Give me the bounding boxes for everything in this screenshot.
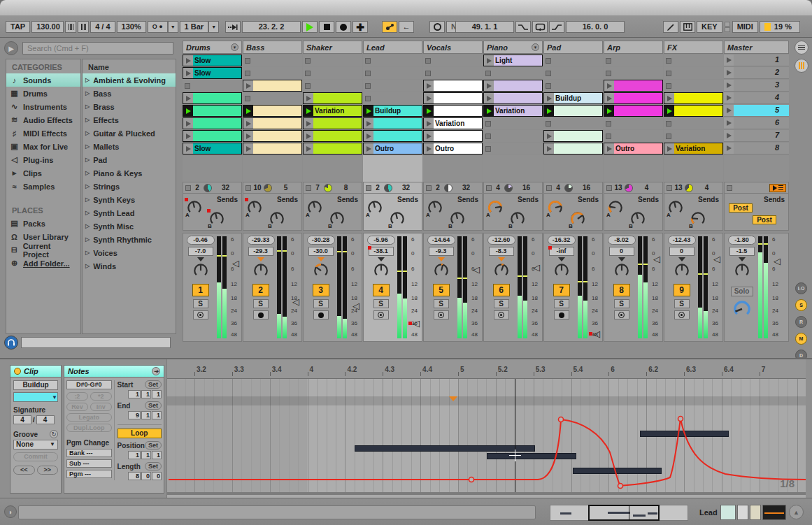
- mixer-toggle-i-o[interactable]: I-O: [795, 282, 807, 294]
- peak-level-field[interactable]: -12.60: [487, 236, 515, 245]
- name-item-effects[interactable]: ▷Effects: [83, 113, 176, 127]
- preview-volume-bar[interactable]: [21, 337, 171, 348]
- volume-field[interactable]: -1.5: [729, 247, 755, 256]
- clip-slot[interactable]: [303, 92, 362, 104]
- clip-launch-icon[interactable]: [304, 106, 313, 116]
- loop-length-field[interactable]: 16. 0. 0: [566, 21, 625, 33]
- cue-knob[interactable]: [732, 299, 753, 322]
- clip-stop-slot[interactable]: [303, 55, 362, 66]
- clip-launch-icon[interactable]: [364, 106, 373, 116]
- overview-selection-rect[interactable]: [588, 505, 660, 521]
- volume-fader-handle[interactable]: ◁: [593, 331, 600, 338]
- pan-knob[interactable]: [673, 261, 691, 278]
- clip-stop-slot[interactable]: [243, 92, 302, 104]
- track-header-lead[interactable]: Lead: [363, 41, 422, 54]
- legato-button[interactable]: Legato: [66, 413, 112, 422]
- peak-level-field[interactable]: -1.80: [728, 236, 756, 245]
- commit-button[interactable]: Commit: [13, 452, 58, 461]
- track-stop-button[interactable]: [366, 185, 371, 191]
- sidebar-item-clips[interactable]: ▸Clips: [6, 166, 80, 180]
- send-b-knob[interactable]: B: [389, 210, 406, 229]
- pan-control[interactable]: [492, 257, 511, 282]
- end-units-field[interactable]: 1: [152, 411, 162, 419]
- session-view-selector[interactable]: [795, 59, 809, 73]
- clip-stop-slot[interactable]: [543, 55, 603, 66]
- back-to-arrangement-button[interactable]: ←: [399, 21, 414, 33]
- clip-launch-icon[interactable]: [544, 93, 554, 103]
- invert-button[interactable]: Inv: [90, 403, 112, 411]
- clip-slot[interactable]: [664, 105, 723, 117]
- track-stop-button[interactable]: [546, 185, 552, 191]
- peak-level-field[interactable]: -8.02: [608, 236, 636, 245]
- track-stop-button[interactable]: [185, 185, 191, 191]
- pan-knob[interactable]: [252, 261, 270, 278]
- preview-headphone-icon[interactable]: [4, 336, 18, 350]
- arm-record-button[interactable]: [373, 310, 389, 319]
- clip-slot[interactable]: [664, 92, 723, 104]
- beat-time-ruler[interactable]: 3.23.33.444.24.34.455.25.35.466.26.36.47: [167, 359, 806, 379]
- peak-level-field[interactable]: -29.33: [247, 236, 275, 245]
- clip-launch-icon[interactable]: [544, 106, 554, 116]
- clip-slot[interactable]: [363, 130, 422, 142]
- name-item-ambient-evolving[interactable]: ▷Ambient & Evolving: [83, 73, 176, 87]
- note-grid[interactable]: 1/8: [167, 379, 806, 495]
- scene-slot-4[interactable]: 4: [724, 92, 789, 104]
- pan-control[interactable]: [673, 257, 691, 282]
- post-toggle-a[interactable]: Post: [729, 203, 753, 213]
- scene-launch-icon[interactable]: [724, 130, 734, 141]
- clip-stop-slot[interactable]: [423, 67, 483, 79]
- scene-slot-1[interactable]: 1: [724, 55, 789, 66]
- solo-button[interactable]: S: [373, 299, 389, 308]
- send-a-knob[interactable]: A: [246, 199, 263, 217]
- volume-field[interactable]: 0: [669, 247, 695, 256]
- clip-overview-navigator[interactable]: [550, 505, 688, 521]
- clip-launch-icon[interactable]: [544, 143, 554, 154]
- pan-control[interactable]: [733, 257, 751, 282]
- expand-triangle-icon[interactable]: ▷: [85, 250, 90, 256]
- end-beats-field[interactable]: 1: [141, 411, 151, 419]
- clip-stop-slot[interactable]: [303, 67, 362, 79]
- pan-control[interactable]: [613, 257, 631, 282]
- scene-slot-2[interactable]: 2: [724, 67, 789, 79]
- track-header-piano[interactable]: Piano▼: [483, 41, 543, 54]
- pan-knob[interactable]: [733, 261, 751, 278]
- clip-stop-slot[interactable]: [664, 80, 723, 92]
- name-item-pad[interactable]: ▷Pad: [83, 153, 176, 166]
- clip-slot[interactable]: [243, 117, 302, 129]
- scene-launch-icon[interactable]: [724, 117, 734, 129]
- clip-launch-icon[interactable]: [484, 106, 494, 116]
- track-activator-button[interactable]: 7: [553, 284, 570, 296]
- metronome-toggle[interactable]: O ●: [148, 21, 168, 33]
- arm-record-button[interactable]: [614, 310, 629, 319]
- clip-launch-icon[interactable]: [183, 106, 193, 116]
- length-beats-field[interactable]: 0: [141, 472, 151, 480]
- clip-launch-icon[interactable]: [364, 143, 373, 154]
- track-activator-button[interactable]: 5: [433, 284, 450, 296]
- clip-launch-icon[interactable]: [364, 131, 373, 141]
- arm-record-button[interactable]: [193, 310, 208, 319]
- clip-slot[interactable]: [303, 117, 362, 129]
- pan-knob[interactable]: [312, 261, 330, 278]
- pan-knob[interactable]: [372, 261, 390, 278]
- device-chain-thumbnails[interactable]: [720, 505, 786, 520]
- clip-slot[interactable]: Slow: [183, 143, 242, 154]
- scene-launch-icon[interactable]: [724, 105, 734, 116]
- clip-slot[interactable]: [243, 143, 302, 154]
- loop-toggle-button[interactable]: Loop: [117, 429, 162, 438]
- sidebar-item-packs[interactable]: ▤Packs: [6, 217, 80, 230]
- tempo-field[interactable]: 130.00: [31, 21, 64, 33]
- pan-control[interactable]: [432, 257, 450, 282]
- solo-button[interactable]: S: [193, 299, 208, 308]
- arrangement-position-field[interactable]: 23. 2. 2: [242, 21, 301, 33]
- clip-launch-icon[interactable]: [424, 143, 434, 154]
- duplicate-loop-button[interactable]: Dupl.Loop: [66, 424, 112, 432]
- clip-launch-icon[interactable]: [664, 143, 674, 154]
- clip-launch-icon[interactable]: [243, 131, 253, 141]
- arm-record-button[interactable]: [253, 310, 269, 319]
- expand-triangle-icon[interactable]: ▷: [85, 90, 90, 96]
- clip-slot[interactable]: [423, 105, 483, 117]
- clip-launch-icon[interactable]: [604, 106, 614, 116]
- track-stop-button[interactable]: [306, 185, 311, 191]
- track-dropdown-icon[interactable]: ▼: [231, 43, 238, 51]
- clip-launch-icon[interactable]: [604, 93, 614, 103]
